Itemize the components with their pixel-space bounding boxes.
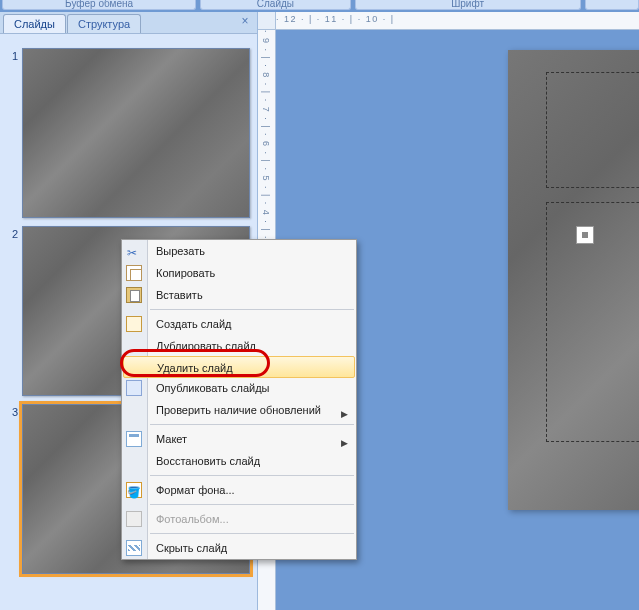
- layout-icon: [126, 431, 142, 447]
- paste-icon: [126, 287, 142, 303]
- ctx-label: Формат фона...: [156, 484, 235, 496]
- ctx-hide-slide[interactable]: Скрыть слайд: [122, 537, 356, 559]
- publish-icon: [126, 380, 142, 396]
- ctx-label: Скрыть слайд: [156, 542, 227, 554]
- ctx-label: Вырезать: [156, 245, 205, 257]
- ctx-check-updates[interactable]: Проверить наличие обновлений ▶: [122, 399, 356, 421]
- ctx-duplicate-slide[interactable]: Дублировать слайд: [122, 335, 356, 357]
- context-menu: Вырезать Копировать Вставить Создать сла…: [121, 239, 357, 560]
- close-panel-button[interactable]: ×: [236, 14, 254, 33]
- ctx-label: Восстановить слайд: [156, 455, 260, 467]
- ruler-h-ticks: · 12 · | · 11 · | · 10 · |: [276, 14, 395, 24]
- side-panel-tabs: Слайды Структура ×: [0, 12, 257, 34]
- ctx-delete-slide[interactable]: Удалить слайд: [123, 356, 355, 378]
- ctx-paste[interactable]: Вставить: [122, 284, 356, 306]
- slide-number: 1: [6, 48, 18, 62]
- format-icon: [126, 482, 142, 498]
- ctx-reset-slide[interactable]: Восстановить слайд: [122, 450, 356, 472]
- ctx-label: Проверить наличие обновлений: [156, 404, 321, 416]
- ctx-label: Макет: [156, 433, 187, 445]
- copy-icon: [126, 265, 142, 281]
- ctx-label: Удалить слайд: [157, 362, 233, 374]
- title-placeholder[interactable]: [546, 72, 639, 188]
- slide-canvas[interactable]: [508, 50, 639, 510]
- ctx-publish-slides[interactable]: Опубликовать слайды: [122, 377, 356, 399]
- ribbon-group-clipboard: Буфер обмена: [2, 0, 196, 10]
- ctx-separator: [150, 424, 354, 425]
- ctx-label: Копировать: [156, 267, 215, 279]
- new-slide-icon: [126, 316, 142, 332]
- ctx-photo-album: Фотоальбом...: [122, 508, 356, 530]
- ctx-cut[interactable]: Вырезать: [122, 240, 356, 262]
- ctx-new-slide[interactable]: Создать слайд: [122, 313, 356, 335]
- ctx-copy[interactable]: Копировать: [122, 262, 356, 284]
- content-icon[interactable]: [576, 226, 594, 244]
- tab-outline[interactable]: Структура: [67, 14, 141, 33]
- ctx-separator: [150, 504, 354, 505]
- slide-number: 2: [6, 226, 18, 240]
- ribbon-group-font: Шрифт: [355, 0, 581, 10]
- slide-number: 3: [6, 404, 18, 418]
- ribbon-group-slides: Слайды: [200, 0, 351, 10]
- ctx-separator: [150, 475, 354, 476]
- ctx-label: Создать слайд: [156, 318, 231, 330]
- ctx-format-background[interactable]: Формат фона...: [122, 479, 356, 501]
- ctx-label: Опубликовать слайды: [156, 382, 270, 394]
- ctx-separator: [150, 309, 354, 310]
- ruler-horizontal[interactable]: · 12 · | · 11 · | · 10 · |: [276, 12, 639, 30]
- ctx-label: Дублировать слайд: [156, 340, 256, 352]
- ribbon-group-extra: [585, 0, 639, 10]
- cut-icon: [126, 243, 142, 259]
- ctx-label: Вставить: [156, 289, 203, 301]
- hide-slide-icon: [126, 540, 142, 556]
- ribbon-group-labels: Буфер обмена Слайды Шрифт: [0, 0, 639, 10]
- album-icon: [126, 511, 142, 527]
- slide-thumbnail-row[interactable]: 1: [0, 44, 257, 222]
- ruler-corner: [258, 12, 276, 30]
- ctx-label: Фотоальбом...: [156, 513, 229, 525]
- tab-slides[interactable]: Слайды: [3, 14, 66, 33]
- ctx-separator: [150, 533, 354, 534]
- submenu-arrow-icon: ▶: [341, 403, 348, 425]
- ctx-layout[interactable]: Макет ▶: [122, 428, 356, 450]
- slide-thumbnail[interactable]: [22, 48, 250, 218]
